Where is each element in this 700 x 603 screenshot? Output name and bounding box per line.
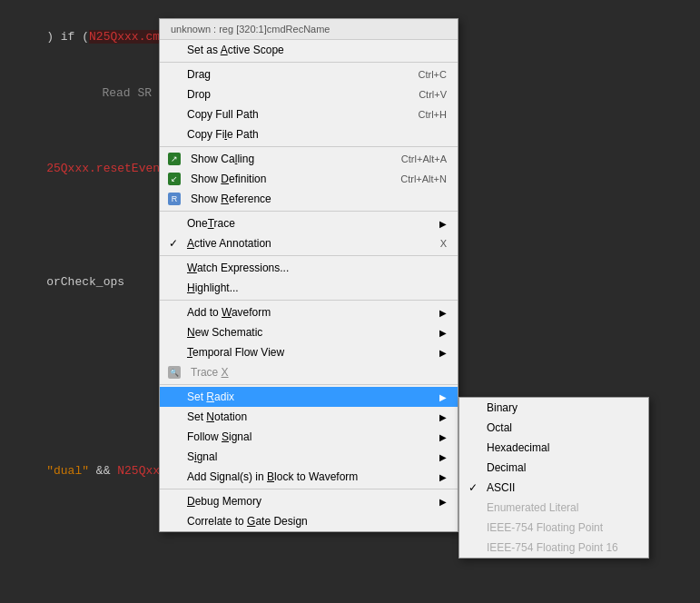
waveform-arrow: ▶ xyxy=(439,308,447,318)
trace-icon: 🔍 xyxy=(167,365,182,380)
menu-item-show-calling[interactable]: ↗ Show Calling Ctrl+Alt+A xyxy=(160,149,458,169)
menu-item-highlight[interactable]: Highlight... xyxy=(160,278,458,298)
menu-item-watch-expressions[interactable]: Watch Expressions... xyxy=(160,258,458,278)
menu-item-follow-signal[interactable]: Follow Signal ▶ xyxy=(160,427,458,447)
code-text: ) if ( xyxy=(46,30,89,44)
menu-item-drag[interactable]: Drag Ctrl+C xyxy=(160,64,458,84)
menu-item-trace: 🔍 Trace X xyxy=(160,362,458,382)
menu-item-set-notation[interactable]: Set Notation ▶ xyxy=(160,407,458,427)
menu-item-set-radix[interactable]: Set Radix ▶ xyxy=(160,387,458,407)
menu-item-new-schematic[interactable]: New Schematic ▶ xyxy=(160,322,458,342)
signal-arrow: ▶ xyxy=(439,452,447,462)
separator-6 xyxy=(160,384,458,385)
separator-4 xyxy=(160,255,458,256)
menu-item-debug-memory[interactable]: Debug Memory ▶ xyxy=(160,491,458,511)
menu-item-set-active-scope[interactable]: Set as Active Scope xyxy=(160,40,458,60)
temporal-arrow: ▶ xyxy=(439,348,447,358)
separator-7 xyxy=(160,489,458,489)
separator-1 xyxy=(160,62,458,63)
radix-hexadecimal[interactable]: Hexadecimal xyxy=(459,438,648,458)
radix-ascii[interactable]: ✓ ASCII xyxy=(459,478,648,498)
menu-item-copy-file-path[interactable]: Copy File Path xyxy=(160,124,458,144)
notation-arrow: ▶ xyxy=(439,412,447,422)
radix-arrow: ▶ xyxy=(439,392,447,402)
menu-item-drop[interactable]: Drop Ctrl+V xyxy=(160,84,458,104)
separator-3 xyxy=(160,211,458,212)
schematic-arrow: ▶ xyxy=(439,328,447,338)
radix-octal[interactable]: Octal xyxy=(459,418,648,438)
show-definition-icon: ↙ xyxy=(167,172,182,186)
active-annotation-check: ✓ xyxy=(169,237,178,250)
ascii-check: ✓ xyxy=(468,481,478,494)
menu-item-add-signals-block[interactable]: Add Signal(s) in Block to Waveform ▶ xyxy=(160,467,458,487)
radix-ieee754-fp: IEEE-754 Floating Point xyxy=(459,518,648,538)
follow-signal-arrow: ▶ xyxy=(439,432,447,442)
radix-binary[interactable]: Binary xyxy=(459,398,648,418)
context-menu: unknown : reg [320:1]cmdRecName Set as A… xyxy=(159,18,458,532)
menu-item-temporal-flow-view[interactable]: Temporal Flow View ▶ xyxy=(160,342,458,362)
separator-2 xyxy=(160,146,458,147)
menu-header: unknown : reg [320:1]cmdRecName xyxy=(160,19,458,40)
menu-item-signal[interactable]: Signal ▶ xyxy=(160,447,458,467)
onetrace-arrow: ▶ xyxy=(439,219,447,229)
menu-item-add-to-waveform[interactable]: Add to Waveform ▶ xyxy=(160,302,458,322)
menu-item-copy-full-path[interactable]: Copy Full Path Ctrl+H xyxy=(160,104,458,124)
radix-enumerated-literal: Enumerated Literal xyxy=(459,498,648,518)
radix-ieee754-fp16: IEEE-754 Floating Point 16 xyxy=(459,538,648,558)
show-calling-icon: ↗ xyxy=(167,152,182,166)
debug-memory-arrow: ▶ xyxy=(439,497,447,507)
menu-item-active-annotation[interactable]: ✓ Active Annotation X xyxy=(160,233,458,253)
radix-decimal[interactable]: Decimal xyxy=(459,458,648,478)
radix-submenu: Binary Octal Hexadecimal Decimal ✓ ASCII… xyxy=(458,397,649,559)
menu-item-show-reference[interactable]: R Show Reference xyxy=(160,189,458,209)
menu-item-correlate-gate-design[interactable]: Correlate to Gate Design xyxy=(160,511,458,531)
menu-item-onetrace[interactable]: OneTrace ▶ xyxy=(160,213,458,233)
add-signals-arrow: ▶ xyxy=(439,472,447,482)
menu-item-show-definition[interactable]: ↙ Show Definition Ctrl+Alt+N xyxy=(160,169,458,189)
separator-5 xyxy=(160,300,458,301)
show-reference-icon: R xyxy=(167,192,182,206)
